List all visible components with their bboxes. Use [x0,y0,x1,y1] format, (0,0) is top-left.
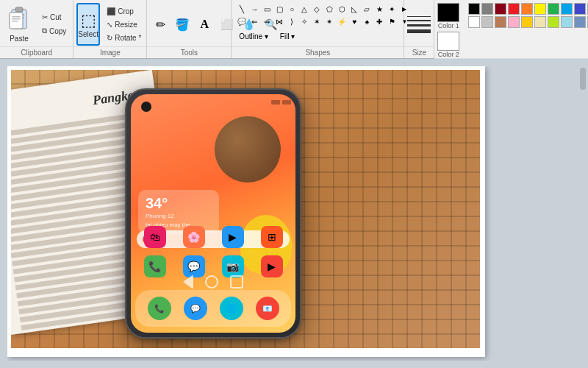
shape-notched[interactable]: ⋈ [273,15,285,27]
shape-diagonal[interactable]: ╲ [236,3,248,15]
shape-arrow-double[interactable]: ⇐ [248,15,260,27]
tools-section: ✏ 🪣 A ⬜ 💧 🔍 [147,0,232,58]
svg-rect-6 [12,16,21,18]
swatch-lime[interactable] [548,16,559,28]
shape-5star[interactable]: ✦ [386,3,398,15]
shape-8star[interactable]: ✴ [323,15,335,27]
shape-lightning[interactable]: ⚡ [336,15,348,27]
size-line-thicker[interactable] [407,29,431,33]
swatch-cream[interactable] [534,16,546,28]
swatch-white[interactable] [468,16,480,28]
shape-hexagon[interactable]: ⬡ [336,3,348,15]
shape-ellipse[interactable]: ○ [286,3,298,15]
color2-label: Color 2 [438,51,459,58]
phone-decoration-circle [215,116,281,183]
image-top: ⬚ Select ⬛ Crop ⤡ Resize ↻ Rotate * [74,0,146,46]
shape-chevron[interactable]: ⟩ [286,15,298,27]
image-section: ⬚ Select ⬛ Crop ⤡ Resize ↻ Rotate * Imag… [74,0,147,58]
svg-rect-8 [12,21,18,22]
canvas-scroll-area: Pangko... [7,66,581,361]
shape-heart[interactable]: ♥ [348,15,360,27]
color2-group: Color 2 [437,32,459,58]
shape-6star[interactable]: ✶ [311,15,323,27]
color-swatches-main: Color 1 Color 2 [437,3,459,58]
colors-top: Color 1 Color 2 [434,0,588,58]
status-bar [153,97,291,107]
swatch-skyblue[interactable] [561,16,573,28]
shape-block-arrow[interactable]: ⇒ [261,15,273,27]
color1-group: Color 1 [437,3,459,29]
shape-cross[interactable]: ✚ [373,15,385,27]
copy-button[interactable]: ⧉ Copy [38,24,70,38]
shapes-top: ╲ → ▭ ▢ ○ △ ◇ ⬠ ⬡ ◺ ▱ ★ ✦ ▶ 💬 ⇐ ⇒ ⋈ ⟩ [232,0,404,46]
swatch-yellow[interactable] [534,3,546,15]
pencil-button[interactable]: ✏ [150,5,171,43]
shape-parallelogram[interactable]: ▱ [361,3,373,15]
dock-icon-2: 💬 [184,297,207,320]
shape-4star[interactable]: ✧ [298,15,310,27]
swatch-gold[interactable] [521,16,533,28]
svg-rect-1 [15,7,23,12]
size-line-thick[interactable] [407,24,431,26]
fill-button[interactable]: 🪣 [172,5,193,43]
camera-notch [141,102,151,112]
size-section: Size [404,0,434,58]
dock-icon-4: 📧 [256,297,279,320]
swatch-slate[interactable] [574,16,586,28]
swatch-gray[interactable] [481,3,493,15]
shape-spade[interactable]: ♠ [361,15,373,27]
app-icons-row1: 🛍 🌸 ▶ ⊞ [135,226,291,248]
swatch-red[interactable] [508,3,520,15]
swatch-indigo[interactable] [574,3,586,15]
paste-button[interactable]: Paste [3,3,35,46]
shape-rect[interactable]: ▭ [261,3,273,15]
clipboard-top: Paste ✂ Cut ⧉ Copy [0,0,73,46]
select-button[interactable]: ⬚ Select [76,3,100,46]
shape-right-triangle[interactable]: ◺ [348,3,360,15]
shape-triangle[interactable]: △ [298,3,310,15]
color1-swatch[interactable] [437,3,459,22]
shape-star[interactable]: ★ [373,3,385,15]
resize-button[interactable]: ⤡ Resize [103,18,145,31]
outline-dropdown[interactable]: Outline ▾ [236,31,270,42]
shapes-controls: Outline ▾ Fill ▾ [236,31,298,42]
size-line-medium[interactable] [407,20,431,21]
shape-callout[interactable]: 💬 [236,15,248,27]
shape-flag[interactable]: ⚑ [386,15,398,27]
canvas-image: Pangko... [11,70,480,348]
shape-rounded-rect[interactable]: ▢ [273,3,285,15]
shape-arrow-right[interactable]: → [248,3,260,15]
shape-diamond[interactable]: ◇ [311,3,323,15]
rotate-button[interactable]: ↻ Rotate * [103,32,145,44]
swatch-pink[interactable] [508,16,520,28]
phone-dock: 📞 💬 🌐 📧 [135,290,291,327]
phone-scene: Pangko... [11,70,480,348]
size-line-thin[interactable] [407,16,431,17]
clipboard-label: Clipboard [0,46,73,58]
cut-button[interactable]: ✂ Cut [38,11,70,24]
swatch-brown[interactable] [495,16,506,28]
vertical-scrollbar[interactable] [578,66,588,361]
shape-pentagon[interactable]: ⬠ [323,3,335,15]
text-button[interactable]: A [194,5,215,43]
color2-swatch[interactable] [437,32,459,51]
crop-button[interactable]: ⬛ Crop [103,5,145,18]
swatch-black[interactable] [468,3,480,15]
pencil-icon: ✏ [156,18,165,32]
select-icon: ⬚ [81,11,96,30]
scissors-icon: ✂ [42,13,48,21]
app-icon-4: ⊞ [261,226,283,248]
fill-dropdown[interactable]: Fill ▾ [277,31,298,42]
paste-label: Paste [10,35,29,43]
swatch-green[interactable] [548,3,559,15]
swatch-lightgray[interactable] [481,16,493,28]
shapes-section: ╲ → ▭ ▢ ○ △ ◇ ⬠ ⬡ ◺ ▱ ★ ✦ ▶ 💬 ⇐ ⇒ ⋈ ⟩ [232,0,404,58]
fill-icon: 🪣 [175,18,190,32]
scrollbar-thumb[interactable] [580,68,586,90]
swatch-orange[interactable] [521,3,533,15]
swatch-blue[interactable] [561,3,573,15]
swatch-darkred[interactable] [495,3,506,15]
size-preview [407,16,431,33]
canvas-white[interactable]: Pangko... [7,66,485,357]
shapes-grid: ╲ → ▭ ▢ ○ △ ◇ ⬠ ⬡ ◺ ▱ ★ ✦ ▶ 💬 ⇐ ⇒ ⋈ ⟩ [236,3,410,27]
